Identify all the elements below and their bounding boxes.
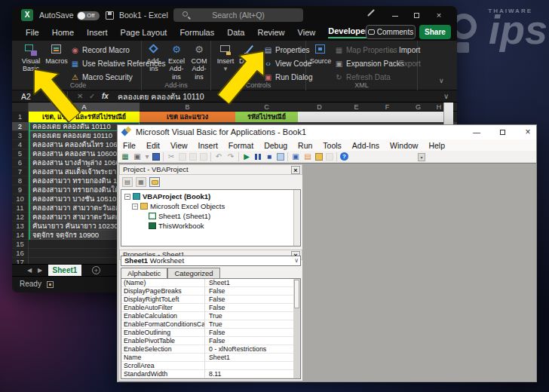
enter-icon[interactable]: ✓ [89, 91, 95, 102]
row-number[interactable]: 9 [12, 185, 29, 194]
column-header-f[interactable]: F [372, 103, 403, 112]
row-number[interactable]: 5 [12, 149, 29, 158]
run-dialog-button[interactable]: ▣ Run Dialog [264, 73, 312, 81]
row-number[interactable]: 1 [12, 112, 29, 122]
project-tree-scrollbar[interactable] [293, 190, 300, 246]
properties-button[interactable]: ▤ Properties [264, 46, 310, 54]
tab-formulas[interactable]: Formulas [179, 28, 214, 37]
cell-b1[interactable]: เขต และแขวง [140, 112, 235, 122]
property-row[interactable]: StandardWidth8.11 [121, 370, 293, 378]
property-row[interactable]: EnableCalculationTrue [121, 312, 293, 320]
properties-scrollbar[interactable] [293, 279, 300, 378]
help-icon[interactable]: ? [340, 152, 348, 161]
object-selector[interactable]: Sheet1 Worksheet ∨ [121, 256, 301, 266]
tab-data[interactable]: Data [227, 28, 244, 37]
reset-icon[interactable]: ■ [265, 152, 274, 161]
menu-addins[interactable]: Add-Ins [352, 141, 379, 150]
tree-item-folder[interactable]: −Microsoft Excel Objects [132, 202, 225, 211]
excel-addins-button[interactable]: ⚙ ExcelAdd-ins [165, 44, 188, 81]
property-row[interactable]: EnableFormatConditionsCalculationTrue [121, 320, 293, 329]
menu-format[interactable]: Format [228, 141, 253, 150]
menu-view[interactable]: View [170, 141, 188, 150]
tree-item-sheet1[interactable]: Sheet1 (Sheet1) [149, 212, 210, 221]
menu-file[interactable]: File [123, 141, 136, 150]
insert-object-dropdown-icon[interactable]: ▾ [145, 152, 149, 161]
select-all-corner[interactable] [12, 103, 29, 112]
column-header-g[interactable]: G [403, 103, 434, 112]
save-icon[interactable] [152, 153, 160, 161]
column-header-d[interactable]: D [298, 103, 341, 112]
column-header-h[interactable]: H [434, 103, 444, 112]
vba-close-button[interactable]: × [522, 127, 534, 137]
property-row[interactable]: EnableAutoFilterFalse [121, 304, 293, 312]
row-number[interactable]: 12 [12, 213, 29, 222]
tab-insert[interactable]: Insert [87, 28, 108, 37]
tree-item-project[interactable]: −VBAProject (Book1) [124, 192, 210, 201]
property-row[interactable]: EnableOutliningFalse [121, 329, 293, 337]
property-row[interactable]: EnablePivotTableFalse [121, 337, 293, 345]
menu-tools[interactable]: Tools [323, 141, 342, 150]
tab-page-layout[interactable]: Page Layout [121, 28, 167, 37]
tab-developer[interactable]: Developer [328, 26, 368, 38]
row-number[interactable]: 2 [12, 122, 29, 131]
share-button[interactable]: Share [419, 25, 451, 39]
row-number[interactable]: 8 [12, 176, 29, 185]
vba-maximize-button[interactable] [496, 127, 508, 137]
column-header-e[interactable]: E [341, 103, 372, 112]
row-number[interactable]: 7 [12, 167, 29, 176]
menu-window[interactable]: Window [390, 141, 418, 150]
cell-d1[interactable] [298, 112, 445, 122]
expand-formula-bar-icon[interactable]: ∨ [443, 91, 449, 102]
comments-button[interactable]: Comments [366, 25, 416, 39]
toolbox-icon[interactable] [315, 153, 323, 161]
tab-categorized[interactable]: Categorized [167, 268, 219, 278]
vertical-scrollbar[interactable] [443, 103, 453, 125]
row-number[interactable]: 13 [12, 222, 29, 231]
row-number[interactable]: 11 [12, 204, 29, 213]
row-number[interactable]: 4 [12, 140, 29, 149]
column-header-b[interactable]: B [140, 103, 235, 112]
addins-button[interactable]: Add-ins [143, 44, 165, 73]
tab-file[interactable]: File [26, 28, 39, 37]
menu-insert[interactable]: Insert [198, 141, 218, 150]
minimize-button[interactable] [389, 10, 401, 20]
insert-object-icon[interactable]: ▣ [133, 152, 142, 161]
toolbar-overflow-icon[interactable]: ▾ [418, 153, 425, 161]
save-icon[interactable] [106, 11, 114, 20]
selector-dropdown-icon[interactable]: ∨ [294, 256, 299, 265]
formula-value[interactable]: คลองเตย คลองตัน 10110 [118, 91, 204, 102]
source-button[interactable]: Source [309, 44, 332, 65]
fx-icon[interactable]: fx [102, 91, 109, 102]
collapse-icon[interactable]: − [132, 204, 138, 210]
row-number[interactable]: 16 [12, 249, 29, 258]
cell-a1[interactable]: เขต, แขวง และรหัสไปรษณีย์ [29, 112, 140, 122]
property-row[interactable]: EnableSelection0 - xlNoRestrictions [121, 345, 293, 354]
menu-run[interactable]: Run [298, 141, 312, 150]
record-macro-button[interactable]: ◉ Record Macro [71, 46, 130, 54]
property-row[interactable]: ScrollArea [121, 362, 293, 370]
search-box[interactable]: Search (Alt+Q) [173, 8, 303, 22]
property-row[interactable]: DisplayRightToLeftFalse [121, 296, 293, 304]
menu-help[interactable]: Help [428, 141, 445, 150]
view-excel-icon[interactable]: ▦ [121, 152, 130, 161]
project-explorer-icon[interactable]: ▣ [291, 152, 300, 161]
project-close-icon[interactable]: × [291, 166, 300, 174]
prev-sheet-icon[interactable]: ◀ [27, 267, 32, 274]
tab-view[interactable]: View [298, 28, 316, 37]
row-number[interactable]: 15 [12, 240, 29, 249]
collapse-icon[interactable]: − [124, 194, 130, 200]
toggle-folders-icon[interactable] [149, 177, 160, 187]
tab-home[interactable]: Home [52, 28, 74, 37]
column-header-c[interactable]: C [235, 103, 298, 112]
break-icon[interactable] [254, 153, 262, 161]
property-row[interactable]: (Name)Sheet1 [121, 279, 293, 287]
macro-record-icon[interactable] [47, 281, 54, 288]
view-object-icon[interactable]: ▦ [136, 177, 146, 187]
property-row[interactable]: DisplayPageBreaksFalse [121, 287, 293, 296]
new-sheet-icon[interactable]: + [92, 266, 100, 274]
row-number[interactable]: 10 [12, 194, 29, 204]
tab-review[interactable]: Review [257, 28, 284, 37]
maximize-button[interactable] [410, 10, 422, 20]
menu-edit[interactable]: Edit [146, 141, 160, 150]
next-sheet-icon[interactable]: ▶ [38, 267, 42, 274]
